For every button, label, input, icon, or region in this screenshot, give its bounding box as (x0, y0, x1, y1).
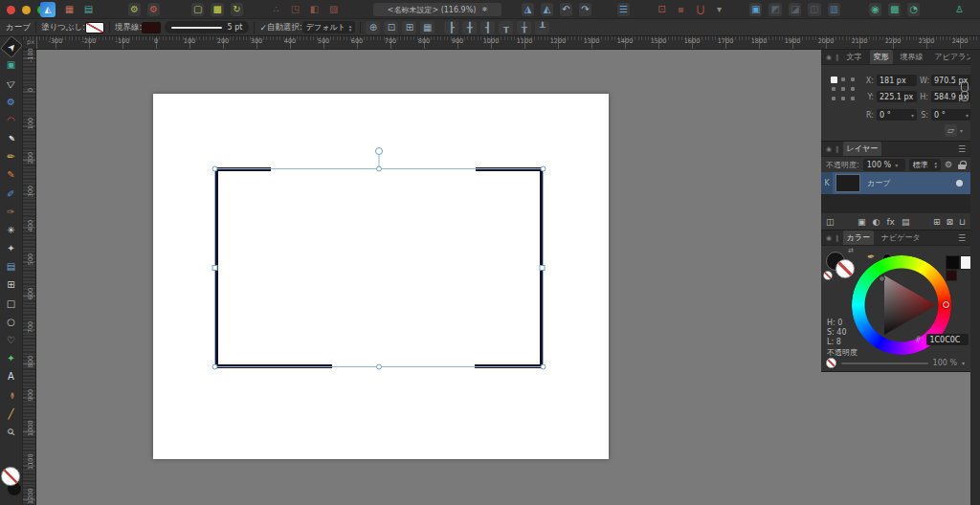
erase-brush-tool[interactable]: ✳ (3, 223, 20, 238)
corner-tool[interactable]: ◠ (3, 113, 20, 128)
adjustment-layer-icon[interactable]: ◐ (873, 217, 880, 227)
slice-snap-icon[interactable]: ◳ (289, 3, 301, 16)
text-tool[interactable]: A (3, 369, 20, 384)
pixel-persona-icon[interactable]: ▦ (63, 3, 76, 16)
transform-selection-icon[interactable]: ↻ (231, 3, 243, 16)
link-dimensions-icon[interactable] (960, 81, 968, 102)
tab-color[interactable]: カラー (843, 231, 874, 245)
boolean-xor-icon[interactable]: ◫ (808, 3, 820, 16)
r-input[interactable]: 0 °▾ (877, 109, 917, 121)
pencil-tool[interactable]: ✏ (3, 149, 20, 165)
tab-stroke[interactable]: 境界線 (897, 50, 927, 64)
fill-swatch[interactable] (85, 22, 104, 33)
empty-pixel-layer-icon[interactable]: ⊠ (946, 217, 953, 227)
crop-tool[interactable]: ⊞ (3, 277, 20, 293)
scatter-snap-icon[interactable]: ∴ (270, 3, 282, 16)
sl-selector[interactable] (879, 275, 885, 282)
move-tool[interactable]: ➤ (0, 35, 22, 58)
layers-empty-area[interactable] (821, 194, 970, 213)
preferences-gear-icon[interactable]: ⚙ (128, 3, 141, 16)
transform-mode-icon[interactable]: ⊞ (402, 21, 416, 34)
align-middle-icon[interactable]: ╁ (517, 21, 531, 34)
no-color-icon[interactable] (823, 271, 833, 280)
fill-color-indicator[interactable] (1, 467, 20, 486)
blend-mode-select[interactable]: 標準 ▴▾ (909, 159, 941, 171)
image-place-tool[interactable]: ▤ (3, 259, 20, 274)
account-icon[interactable]: ♙ (953, 3, 966, 16)
autoselect-checkbox[interactable]: ✓ (259, 23, 267, 33)
y-input[interactable]: 225.1 px (877, 91, 917, 102)
stroke-width-control[interactable]: 5 pt (165, 21, 249, 33)
panel-pin-icon[interactable]: ‖ (835, 234, 839, 242)
boolean-divide-icon[interactable]: ▥ (828, 3, 840, 16)
layer-settings-gear-icon[interactable]: ⚙ (945, 160, 952, 169)
cycle-selection-box-icon[interactable]: ⊕ (366, 21, 380, 34)
mask-layer-icon[interactable]: ▣ (858, 217, 866, 227)
tab-transform[interactable]: 変形 (870, 50, 893, 64)
rotate-cw-icon[interactable]: ↷ (579, 3, 591, 16)
x-input[interactable]: 181 px (877, 75, 917, 86)
shear-control[interactable]: ▱ ▾ (945, 124, 963, 137)
stroke-swatch[interactable] (142, 22, 161, 33)
panel-menu-icon[interactable]: ☰ (958, 233, 966, 243)
tab-character[interactable]: 文字 (843, 50, 866, 64)
flip-horizontal-icon[interactable]: ◮ (522, 3, 534, 16)
zoom-tool[interactable]: ⚲ (0, 421, 23, 444)
opacity-none-icon[interactable] (826, 358, 836, 368)
panel-pin-icon[interactable]: ‖ (835, 145, 839, 153)
align-left-icon[interactable]: ┠ (444, 21, 458, 34)
heart-shape-tool[interactable]: ♡ (3, 333, 20, 348)
rectangle-tool[interactable]: □ (3, 296, 20, 312)
swatch-black[interactable] (946, 255, 960, 270)
align-bottom-icon[interactable]: ┸ (535, 21, 549, 34)
layer-effects-icon[interactable]: fx (886, 217, 895, 227)
minimize-window-icon[interactable] (22, 6, 31, 14)
edit-all-layers-icon[interactable]: ⊡ (384, 21, 398, 34)
fill-stroke-indicator[interactable] (0, 465, 23, 505)
s-input[interactable]: 0 °▾ (931, 109, 971, 121)
horizontal-ruler[interactable]: px -300-200-1000100200300400500600700800… (23, 36, 980, 50)
pen-tool[interactable]: ✒ (0, 127, 23, 150)
panel-close-icon[interactable]: ◉ (826, 234, 832, 242)
paint-brush-tool[interactable]: ✐ (3, 187, 20, 202)
assets-icon[interactable]: ▤ (902, 217, 910, 227)
layer-visibility-icon[interactable] (956, 180, 963, 187)
measure-tool[interactable]: ╱ (3, 406, 20, 422)
color-picker-tool[interactable]: ✒ (4, 387, 19, 405)
swatch-current[interactable] (946, 270, 957, 281)
tab-navigator[interactable]: ナビゲータ (878, 231, 924, 245)
artboard[interactable] (153, 94, 609, 459)
glow-shape-tool[interactable]: ✦ (3, 351, 20, 366)
pixel-brush-tool[interactable]: ✦ (3, 241, 20, 256)
opacity-slider[interactable] (841, 362, 928, 364)
new-layer-icon[interactable]: ⊞ (933, 217, 941, 227)
vector-brush-tool[interactable]: ✎ (3, 167, 20, 183)
boolean-add-icon[interactable]: ▣ (749, 3, 762, 16)
delete-layer-icon[interactable]: ⊔ (959, 217, 966, 227)
close-window-icon[interactable] (7, 6, 15, 14)
export-persona-icon[interactable]: ▤ (82, 3, 95, 16)
smudge-brush-tool[interactable]: ✑ (3, 205, 20, 220)
panel-close-icon[interactable]: ◉ (826, 145, 832, 153)
layer-row-selected[interactable]: K カーブ (821, 172, 970, 194)
document-title-pill[interactable]: <名称未設定> (116.9%) ✱ (373, 3, 501, 16)
align-top-icon[interactable]: ┰ (499, 21, 513, 34)
insert-behind-icon[interactable]: ◉ (869, 3, 881, 16)
align-right-icon[interactable]: ┨ (480, 21, 495, 34)
lock-layer-icon[interactable] (958, 161, 966, 169)
layer-opacity-select[interactable]: 100 % ▾ (863, 159, 905, 171)
hex-input[interactable]: 1C0C0C (926, 334, 969, 345)
magnet-icon[interactable]: ⋃ (694, 3, 706, 16)
edit-mask-icon[interactable]: ◫ (826, 217, 835, 227)
ellipse-tool[interactable]: ○ (3, 315, 20, 330)
anchor-point-selector[interactable] (829, 75, 858, 103)
panel-pin-icon[interactable]: ‖ (835, 54, 839, 61)
fill-selection-icon[interactable]: ■ (211, 3, 223, 16)
panel-close-icon[interactable]: ◉ (826, 54, 832, 61)
panel-menu-icon[interactable]: ☰ (958, 144, 966, 154)
flip-vertical-icon[interactable]: ◭ (541, 3, 553, 16)
swap-colors-icon[interactable]: ⇄ (848, 247, 854, 254)
vertical-ruler[interactable]: -100010020030040050060070080090010001100… (23, 50, 36, 505)
snapshot-icon[interactable]: ▪ (675, 3, 687, 16)
shape-snap-icon[interactable]: ◧ (308, 3, 321, 16)
